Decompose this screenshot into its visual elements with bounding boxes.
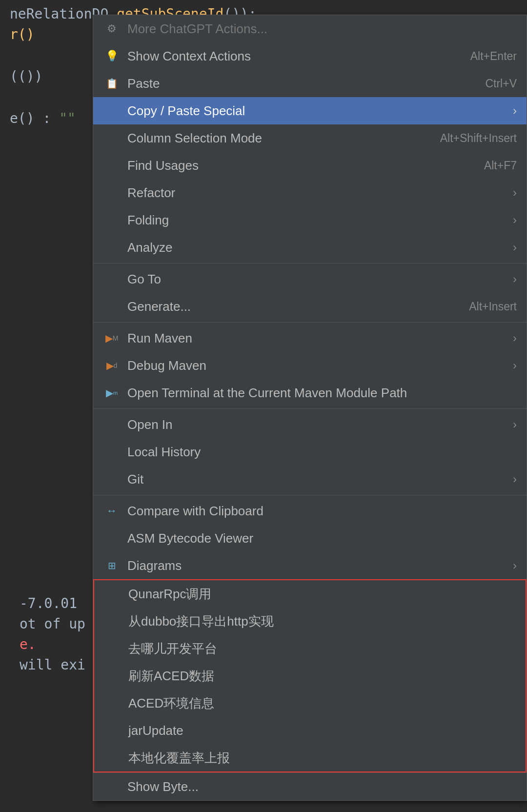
menu-label-asm-bytecode: ASM Bytecode Viewer (127, 531, 517, 546)
folding-icon (103, 211, 121, 229)
menu-item-refactor[interactable]: Refactor › (93, 179, 527, 206)
menu-label-find-usages: Find Usages (127, 158, 474, 173)
submenu-arrow-open-in: › (513, 418, 517, 431)
menu-label-open-terminal: Open Terminal at the Current Maven Modul… (127, 386, 517, 401)
menu-item-debug-maven[interactable]: ▶d Debug Maven › (93, 352, 527, 379)
menu-item-find-usages[interactable]: Find Usages Alt+F7 (93, 152, 527, 179)
menu-label-refactor: Refactor (127, 185, 508, 201)
menu-label-analyze: Analyze (127, 240, 508, 255)
menu-label-copy-paste-special: Copy / Paste Special (127, 103, 508, 119)
menu-label-local-history: Local History (127, 445, 517, 460)
chatgpt-icon: ⚙ (103, 20, 121, 38)
menu-label-qunar-dev: 去哪儿开发平台 (128, 640, 516, 657)
menu-item-open-terminal[interactable]: ▶m Open Terminal at the Current Maven Mo… (93, 379, 527, 406)
refresh-aced-icon (104, 667, 122, 685)
menu-item-show-bytecode[interactable]: Show Byte... (93, 772, 527, 800)
find-usages-icon (103, 157, 121, 174)
menu-label-compare-clipboard: Compare with Clipboard (127, 504, 517, 519)
menu-label-git: Git (127, 472, 508, 487)
separator-3 (93, 408, 527, 409)
qunar-rpc-icon (104, 585, 122, 603)
open-in-icon (103, 416, 121, 433)
menu-item-more-chatgpt[interactable]: ⚙ More ChatGPT Actions... (93, 15, 527, 42)
bottom-code-3: e. (10, 634, 85, 655)
menu-item-aced-env[interactable]: ACED环境信息 (94, 690, 526, 717)
menu-label-more-chatgpt: More ChatGPT Actions... (127, 21, 517, 37)
shortcut-paste: Ctrl+V (485, 77, 517, 90)
menu-item-paste[interactable]: 📋 Paste Ctrl+V (93, 70, 527, 97)
separator-4 (93, 495, 527, 495)
submenu-arrow-debug-maven: › (513, 359, 517, 372)
debug-maven-icon: ▶d (103, 357, 121, 374)
menu-label-diagrams: Diagrams (127, 558, 508, 573)
menu-item-git[interactable]: Git › (93, 466, 527, 493)
show-bytecode-icon (103, 778, 121, 795)
menu-item-refresh-aced[interactable]: 刷新ACED数据 (94, 662, 526, 690)
menu-item-go-to[interactable]: Go To › (93, 265, 527, 293)
shortcut-show-context-actions: Alt+Enter (470, 50, 517, 63)
column-selection-icon (103, 129, 121, 147)
asm-bytecode-icon (103, 529, 121, 547)
menu-label-column-selection-mode: Column Selection Mode (127, 131, 430, 146)
refactor-icon (103, 184, 121, 202)
go-to-icon (103, 270, 121, 288)
menu-label-aced-env: ACED环境信息 (128, 695, 516, 712)
generate-icon (103, 298, 121, 315)
menu-item-show-context-actions[interactable]: 💡 Show Context Actions Alt+Enter (93, 42, 527, 70)
menu-item-asm-bytecode[interactable]: ASM Bytecode Viewer (93, 525, 527, 552)
terminal-icon: ▶m (103, 384, 121, 402)
menu-label-run-maven: Run Maven (127, 331, 508, 346)
menu-item-open-in[interactable]: Open In › (93, 411, 527, 438)
shortcut-column-selection: Alt+Shift+Insert (440, 132, 517, 145)
compare-clipboard-icon: ↔ (103, 502, 121, 520)
menu-label-dubbo-http: 从dubbo接口导出http实现 (128, 613, 516, 630)
menu-label-show-bytecode: Show Byte... (127, 779, 517, 794)
special-section: QunarRpc调用 从dubbo接口导出http实现 去哪儿开发平台 刷新AC… (93, 579, 527, 772)
menu-label-localization: 本地化覆盖率上报 (128, 750, 516, 767)
menu-item-column-selection-mode[interactable]: Column Selection Mode Alt+Shift+Insert (93, 124, 527, 152)
menu-label-show-context-actions: Show Context Actions (127, 49, 461, 64)
menu-label-qunar-rpc: QunarRpc调用 (128, 586, 516, 603)
separator-1 (93, 263, 527, 264)
menu-item-qunar-dev[interactable]: 去哪儿开发平台 (94, 635, 526, 662)
menu-item-dubbo-http[interactable]: 从dubbo接口导出http实现 (94, 608, 526, 635)
bulb-icon: 💡 (103, 47, 121, 65)
aced-env-icon (104, 694, 122, 712)
separator-2 (93, 322, 527, 323)
submenu-arrow-diagrams: › (513, 559, 517, 572)
menu-item-qunar-rpc[interactable]: QunarRpc调用 (94, 580, 526, 608)
menu-item-jar-update[interactable]: jarUpdate (94, 717, 526, 744)
menu-item-generate[interactable]: Generate... Alt+Insert (93, 293, 527, 320)
paste-icon: 📋 (103, 75, 121, 92)
menu-item-copy-paste-special[interactable]: Copy / Paste Special › (93, 97, 527, 124)
bottom-code-1: -7.0.01 (10, 593, 85, 614)
menu-item-folding[interactable]: Folding › (93, 206, 527, 234)
submenu-arrow-analyze: › (513, 241, 517, 254)
menu-label-go-to: Go To (127, 272, 508, 287)
submenu-arrow-refactor: › (513, 186, 517, 200)
menu-item-compare-clipboard[interactable]: ↔ Compare with Clipboard (93, 497, 527, 525)
menu-label-jar-update: jarUpdate (128, 723, 516, 738)
bottom-code-4: will exi (10, 655, 85, 675)
submenu-arrow-run-maven: › (513, 331, 517, 345)
git-icon (103, 470, 121, 488)
dubbo-http-icon (104, 612, 122, 630)
menu-label-generate: Generate... (127, 299, 459, 314)
localization-icon (104, 749, 122, 767)
menu-item-diagrams[interactable]: ⊞ Diagrams › (93, 552, 527, 579)
menu-item-local-history[interactable]: Local History (93, 438, 527, 466)
menu-label-paste: Paste (127, 76, 475, 91)
diagrams-icon: ⊞ (103, 557, 121, 574)
menu-item-run-maven[interactable]: ▶M Run Maven › (93, 325, 527, 352)
context-menu: ⚙ More ChatGPT Actions... 💡 Show Context… (93, 15, 527, 801)
submenu-arrow-copy-paste-special: › (513, 104, 517, 118)
menu-label-refresh-aced: 刷新ACED数据 (128, 668, 516, 685)
menu-label-open-in: Open In (127, 417, 508, 432)
shortcut-generate: Alt+Insert (469, 300, 517, 313)
menu-item-analyze[interactable]: Analyze › (93, 234, 527, 261)
analyze-icon (103, 239, 121, 256)
menu-item-localization[interactable]: 本地化覆盖率上报 (94, 744, 526, 771)
menu-label-debug-maven: Debug Maven (127, 358, 508, 373)
jar-update-icon (104, 722, 122, 739)
local-history-icon (103, 443, 121, 461)
